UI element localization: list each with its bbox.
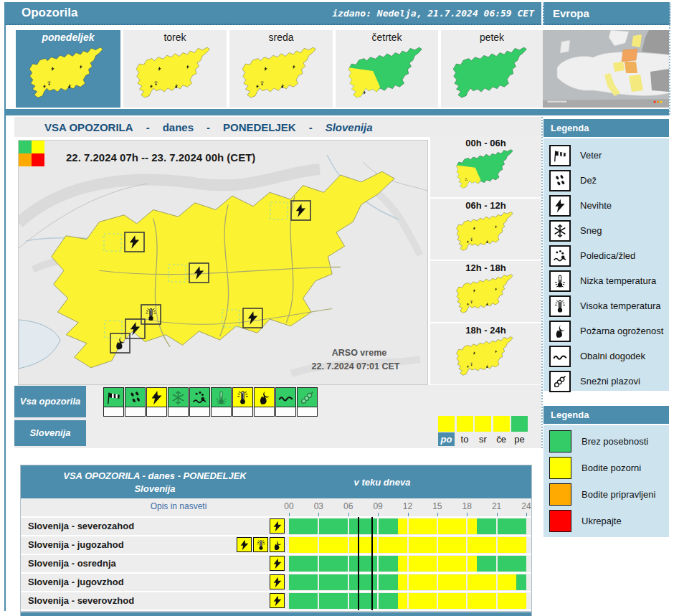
slovenia-warning-map[interactable]: 22. 7.2024 07h -- 23. 7.2024 00h (CET) A… bbox=[18, 140, 428, 385]
section-region: Slovenija bbox=[326, 121, 373, 133]
snow-icon bbox=[549, 220, 571, 242]
legend-item-wind: Veter bbox=[544, 143, 669, 168]
separator: - bbox=[309, 121, 313, 133]
europe-thumbnail-map[interactable] bbox=[543, 30, 669, 108]
warning-type-cell-footer bbox=[168, 407, 188, 416]
europe-tab[interactable]: Evropa bbox=[543, 2, 670, 25]
table-row[interactable]: Slovenija - osrednja bbox=[21, 555, 531, 572]
legend-item-label: Veter bbox=[571, 150, 602, 161]
region-label[interactable]: Slovenija - severozahod bbox=[28, 518, 134, 535]
day-tab-ponedeljek[interactable]: ponedeljek bbox=[16, 30, 120, 108]
legend-item-label: Nevihte bbox=[571, 200, 612, 211]
legend-levels-panel: Brez posebnostiBodite pozorniBodite prip… bbox=[544, 425, 669, 537]
table-row[interactable]: Slovenija - severovzhod bbox=[21, 592, 531, 610]
map-warning-icon-storm[interactable] bbox=[243, 308, 262, 328]
time-marker bbox=[371, 536, 373, 554]
table-row[interactable]: Slovenija - severozahod bbox=[21, 518, 531, 535]
warning-type-cell-avalanche[interactable] bbox=[297, 387, 318, 417]
severity-swatch bbox=[32, 153, 44, 166]
severity-legend-item: Ukrepajte bbox=[544, 508, 669, 534]
lowtemp-icon bbox=[212, 388, 231, 407]
time-interval-map-00h-06h[interactable]: 00h - 06h bbox=[430, 136, 541, 197]
legend-item-ice: Poledica/žled bbox=[544, 243, 669, 268]
legend-icons-header: Legenda bbox=[544, 119, 669, 137]
table-row[interactable]: Slovenija - jugovzhod bbox=[21, 574, 531, 591]
legend-item-label: Požarna ogroženost bbox=[571, 326, 663, 336]
wind-icon bbox=[104, 388, 123, 407]
hightemp-icon bbox=[253, 537, 268, 552]
warning-type-cell-snow[interactable] bbox=[168, 387, 189, 417]
hour-label-03: 03 bbox=[311, 501, 326, 511]
warning-type-cell-fire[interactable] bbox=[254, 387, 275, 417]
warning-type-cell-ice[interactable] bbox=[189, 387, 210, 417]
day-tab-petek[interactable]: petek bbox=[441, 30, 543, 108]
time-interval-mini-map bbox=[449, 336, 523, 380]
day-short-label-to[interactable]: to bbox=[457, 432, 473, 446]
warning-type-cell-rain[interactable] bbox=[125, 387, 146, 417]
warning-type-cell-lowtemp[interactable] bbox=[211, 387, 232, 417]
time-interval-map-18h-24h[interactable]: 18h - 24h bbox=[430, 323, 541, 384]
row-warning-icons bbox=[270, 574, 285, 589]
storm-icon bbox=[237, 537, 252, 552]
row-warning-icons bbox=[270, 518, 285, 534]
warning-type-cell-wind[interactable] bbox=[103, 387, 124, 417]
day-summary-square-če[interactable] bbox=[493, 416, 510, 432]
separator: - bbox=[207, 121, 210, 133]
time-interval-map-06h-12h[interactable]: 06h - 12h bbox=[430, 199, 541, 260]
day-short-label-če[interactable]: če bbox=[493, 432, 510, 446]
time-marker bbox=[358, 536, 359, 554]
severity-color-swatch bbox=[549, 457, 571, 479]
warning-type-cell-wave[interactable] bbox=[275, 387, 296, 417]
severity-swatch bbox=[32, 141, 44, 153]
hour-tick bbox=[378, 513, 379, 516]
day-tab-sreda[interactable]: sreda bbox=[229, 30, 333, 108]
dotted-separator bbox=[541, 117, 543, 448]
day-tab-map bbox=[130, 46, 219, 104]
day-tab-map bbox=[447, 46, 536, 104]
day-summary-square-to[interactable] bbox=[457, 416, 473, 432]
warning-type-cell-hightemp[interactable] bbox=[232, 387, 253, 417]
timeline-gridline bbox=[348, 593, 349, 609]
region-label[interactable]: Slovenija - jugozahod bbox=[28, 536, 124, 554]
dotted-separator bbox=[669, 2, 670, 115]
storm-icon bbox=[270, 593, 285, 608]
time-marker bbox=[358, 592, 359, 610]
day-summary-square-pe[interactable] bbox=[511, 416, 528, 432]
legend-item-fire: Požarna ogroženost bbox=[544, 318, 669, 343]
timeline-gridline bbox=[466, 537, 467, 553]
region-label[interactable]: Slovenija - osrednja bbox=[28, 555, 116, 572]
map-warning-icon-storm[interactable] bbox=[125, 232, 144, 252]
map-warning-icon-storm[interactable] bbox=[189, 263, 209, 283]
day-summary-square-po[interactable] bbox=[438, 416, 455, 432]
region-label[interactable]: Slovenija - jugovzhod bbox=[28, 574, 124, 591]
map-source-line1: ARSO vreme bbox=[332, 348, 386, 358]
hightemp-icon bbox=[549, 295, 571, 317]
timeline-gridline bbox=[318, 574, 319, 590]
ice-icon bbox=[549, 245, 571, 267]
warning-type-cell-storm[interactable] bbox=[146, 387, 167, 417]
table-row[interactable]: Slovenija - jugozahod bbox=[21, 536, 531, 554]
map-warning-icon-fire[interactable] bbox=[110, 333, 130, 353]
day-short-label-po[interactable]: po bbox=[438, 432, 455, 446]
table-subheader: Opis in nasveti 000306091215182124 bbox=[21, 498, 531, 518]
timeline-gridline bbox=[466, 593, 467, 609]
map-warning-icon-storm[interactable] bbox=[291, 201, 310, 220]
time-interval-map-12h-18h[interactable]: 12h - 18h bbox=[430, 261, 541, 322]
day-tab-map bbox=[343, 46, 432, 104]
severity-legend-item: Bodite pripravljeni bbox=[544, 481, 669, 508]
day-tab-četrtek[interactable]: četrtek bbox=[336, 30, 438, 108]
legend-item-label: Visoka temperatura bbox=[571, 300, 661, 311]
timeline-gridline bbox=[407, 518, 409, 534]
time-marker bbox=[371, 573, 373, 592]
day-summary-square-sr[interactable] bbox=[475, 416, 491, 432]
day-short-label-pe[interactable]: pe bbox=[511, 432, 528, 446]
hour-tick bbox=[318, 513, 319, 516]
legend-item-avalanche: Snežni plazovi bbox=[544, 369, 669, 394]
day-tab-torek[interactable]: torek bbox=[123, 30, 227, 108]
fire-icon bbox=[255, 388, 274, 407]
time-interval-mini-map bbox=[449, 273, 523, 318]
day-short-label-sr[interactable]: sr bbox=[475, 432, 491, 446]
time-interval-label: 06h - 12h bbox=[430, 199, 541, 211]
region-label[interactable]: Slovenija - severovzhod bbox=[28, 592, 134, 610]
rain-icon bbox=[549, 170, 571, 191]
